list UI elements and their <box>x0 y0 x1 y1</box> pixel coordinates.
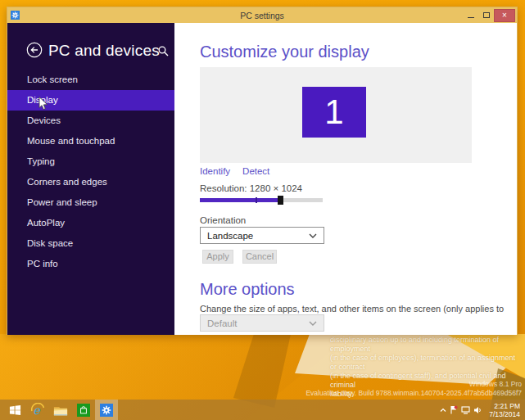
scaling-select[interactable]: Default <box>200 314 324 332</box>
monitor-number: 1 <box>324 95 343 129</box>
display-settings-panel: Customize your display 1 Identify Detect… <box>174 23 517 335</box>
sidebar-item-mouse-touchpad[interactable]: Mouse and touchpad <box>7 131 174 151</box>
search-icon <box>158 46 169 56</box>
flag-icon <box>450 405 458 414</box>
folder-icon <box>53 404 68 417</box>
sidebar-item-corners-edges[interactable]: Corners and edges <box>7 172 174 192</box>
show-hidden-icons-button[interactable] <box>440 408 446 413</box>
taskbar-clock[interactable]: 2:21 PM 7/13/2014 <box>486 402 523 418</box>
sidebar-item-typing[interactable]: Typing <box>7 151 174 172</box>
store-button[interactable] <box>72 400 95 420</box>
orientation-value: Landscape <box>207 231 253 241</box>
window-title: PC settings <box>7 11 517 20</box>
search-button[interactable] <box>158 45 169 56</box>
start-button[interactable] <box>3 400 26 420</box>
back-button[interactable] <box>26 42 43 58</box>
action-center-button[interactable] <box>450 405 458 414</box>
windows-logo-icon <box>9 404 21 416</box>
network-icon <box>461 406 470 414</box>
slider-fill <box>200 198 280 202</box>
pc-settings-taskbar-button[interactable] <box>95 400 118 420</box>
settings-sidebar: PC and devices Lock screen Display Devic… <box>7 23 174 335</box>
taskbar: e <box>0 400 525 420</box>
chevron-up-icon <box>440 408 446 413</box>
sidebar-item-devices[interactable]: Devices <box>7 111 174 131</box>
apply-button[interactable]: Apply <box>202 250 233 264</box>
monitor-1[interactable]: 1 <box>302 87 366 138</box>
resolution-label: Resolution: 1280 × 1024 <box>200 183 302 193</box>
close-button[interactable]: × <box>494 9 515 22</box>
section-title: Customize your display <box>200 43 369 61</box>
sidebar-title: PC and devices <box>48 42 160 60</box>
section-title: More options <box>200 280 295 299</box>
cancel-button[interactable]: Cancel <box>242 250 277 264</box>
slider-tick <box>256 197 257 203</box>
network-button[interactable] <box>461 406 470 414</box>
clock-time: 2:21 PM <box>489 402 520 410</box>
mouse-cursor <box>38 97 48 111</box>
desktop: disciplinary action up to and including … <box>0 0 525 420</box>
orientation-label: Orientation <box>200 215 246 225</box>
display-preview-area: 1 <box>200 67 472 163</box>
volume-button[interactable] <box>473 406 482 414</box>
sidebar-item-lock-screen[interactable]: Lock screen <box>7 70 174 90</box>
orientation-select[interactable]: Landscape <box>200 227 324 244</box>
back-arrow-icon <box>26 42 43 58</box>
sidebar-item-autoplay[interactable]: AutoPlay <box>7 213 174 233</box>
settings-gear-icon <box>100 404 113 417</box>
maximize-button[interactable] <box>478 8 494 22</box>
identify-link[interactable]: Identify <box>200 166 230 176</box>
evaluation-watermark: Windows 8.1 Pro Evaluation copy. Build 9… <box>305 380 522 398</box>
file-explorer-button[interactable] <box>49 400 72 420</box>
internet-explorer-button[interactable]: e <box>26 400 49 420</box>
svg-text:e: e <box>34 404 41 417</box>
sidebar-item-disk-space[interactable]: Disk space <box>7 233 174 254</box>
chevron-down-icon <box>309 321 317 326</box>
clock-date: 7/13/2014 <box>489 410 520 418</box>
slider-thumb[interactable] <box>278 196 283 205</box>
speaker-icon <box>473 406 482 414</box>
title-bar[interactable]: PC settings × <box>7 7 517 23</box>
scaling-value: Default <box>207 318 237 328</box>
store-icon <box>77 404 90 417</box>
sidebar-item-power-sleep[interactable]: Power and sleep <box>7 192 174 213</box>
chevron-down-icon <box>309 233 317 238</box>
pc-settings-window: PC settings × PC and devices <box>7 7 518 335</box>
maximize-icon <box>483 12 490 18</box>
sidebar-item-display[interactable]: Display <box>7 90 174 111</box>
minimize-icon <box>468 17 474 18</box>
detect-link[interactable]: Detect <box>242 166 269 176</box>
resolution-slider[interactable] <box>200 198 323 202</box>
minimize-button[interactable] <box>463 8 478 22</box>
internet-explorer-icon: e <box>30 403 45 418</box>
sidebar-item-pc-info[interactable]: PC info <box>7 254 174 274</box>
